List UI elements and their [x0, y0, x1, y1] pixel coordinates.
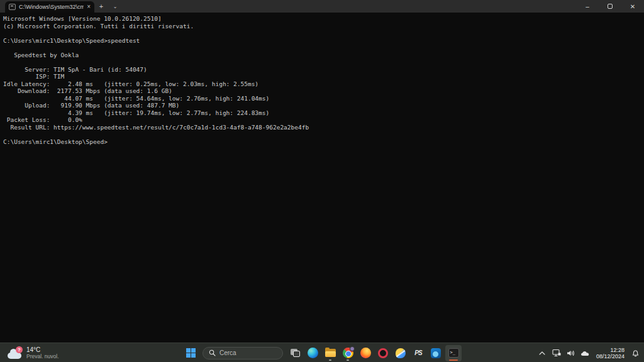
- onedrive-button[interactable]: [580, 346, 591, 360]
- terminal-titlebar: C:\Windows\System32\cmd.e × + ⌄ – ✕: [0, 0, 644, 13]
- opera-gx-button[interactable]: [375, 345, 391, 361]
- clock[interactable]: 12:28 08/12/2024: [595, 347, 626, 359]
- close-button[interactable]: ✕: [621, 0, 644, 13]
- task-view-icon: [291, 349, 300, 357]
- terminal-taskbar-button[interactable]: >_: [445, 345, 462, 361]
- terminal-tab[interactable]: C:\Windows\System32\cmd.e ×: [5, 1, 94, 13]
- outlook-icon: [431, 348, 441, 358]
- window-controls: – ✕: [576, 0, 644, 13]
- firefox-button[interactable]: [357, 345, 374, 361]
- desktop: C:\Windows\System32\cmd.e × + ⌄ – ✕ Micr…: [0, 0, 644, 362]
- terminal-content[interactable]: Microsoft Windows [Versione 10.0.26120.2…: [0, 13, 644, 343]
- chrome-icon: [343, 348, 353, 358]
- minimize-button[interactable]: –: [576, 0, 599, 13]
- tab-close-icon[interactable]: ×: [87, 4, 91, 10]
- running-indicator: [347, 359, 349, 361]
- playstation-icon: PS: [414, 349, 421, 356]
- ethernet-network-icon: [552, 349, 561, 357]
- edge-icon: [308, 348, 318, 358]
- firefox-icon: [360, 348, 371, 358]
- weather-condition: Preval. nuvol.: [26, 353, 59, 359]
- terminal-output: Microsoft Windows [Versione 10.0.26120.2…: [0, 13, 644, 145]
- system-tray: 12:28 08/12/2024: [537, 343, 641, 362]
- chrome-button[interactable]: [340, 345, 356, 361]
- playstation-button[interactable]: PS: [410, 345, 426, 361]
- file-explorer-icon: [325, 349, 336, 357]
- tab-dropdown-chevron-icon[interactable]: ⌄: [108, 0, 122, 13]
- active-app-indicator: [449, 359, 458, 361]
- paint-icon: [396, 348, 406, 358]
- new-tab-button[interactable]: +: [94, 0, 108, 13]
- clock-time: 12:28: [596, 347, 625, 353]
- maximize-icon: [608, 4, 613, 9]
- tab-title: C:\Windows\System32\cmd.e: [19, 4, 84, 10]
- cmd-icon: [9, 4, 16, 10]
- cloud-icon: [580, 350, 590, 356]
- notifications-button[interactable]: [630, 346, 640, 360]
- outlook-button[interactable]: [428, 345, 444, 361]
- bell-icon: [631, 349, 640, 357]
- weather-temperature: 14°C: [26, 346, 59, 353]
- chrome-profile-badge: [350, 346, 355, 351]
- weather-alert-badge: ?: [16, 346, 23, 353]
- file-explorer-button[interactable]: [322, 345, 338, 361]
- edge-button[interactable]: [304, 345, 321, 361]
- weather-widget[interactable]: ? 14°C Preval. nuvol.: [4, 343, 63, 362]
- taskbar-center: Cerca: [182, 343, 462, 362]
- opera-gx-icon: [378, 348, 388, 358]
- chevron-up-icon: [539, 351, 545, 355]
- paint-button[interactable]: [392, 345, 409, 361]
- windows-logo-icon: [186, 348, 196, 358]
- task-view-button[interactable]: [287, 345, 303, 361]
- maximize-button[interactable]: [599, 0, 621, 13]
- tray-overflow-button[interactable]: [537, 346, 547, 360]
- search-icon: [209, 349, 216, 356]
- network-button[interactable]: [552, 346, 562, 360]
- running-indicator: [329, 359, 331, 361]
- speaker-icon: [567, 349, 575, 357]
- search-placeholder: Cerca: [219, 349, 236, 356]
- volume-button[interactable]: [566, 346, 576, 360]
- taskbar: ? 14°C Preval. nuvol. Cerca: [0, 343, 644, 362]
- start-button[interactable]: [182, 345, 199, 361]
- terminal-icon: >_: [448, 348, 459, 358]
- cloud-weather-icon: ?: [8, 346, 23, 360]
- search-box[interactable]: Cerca: [203, 347, 283, 359]
- clock-date: 08/12/2024: [596, 353, 625, 359]
